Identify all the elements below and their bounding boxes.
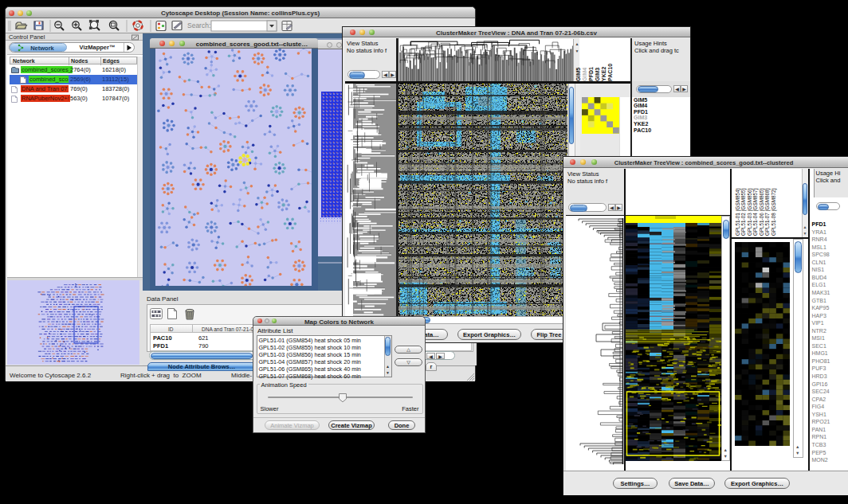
svg-text:Search:: Search: <box>187 21 210 29</box>
